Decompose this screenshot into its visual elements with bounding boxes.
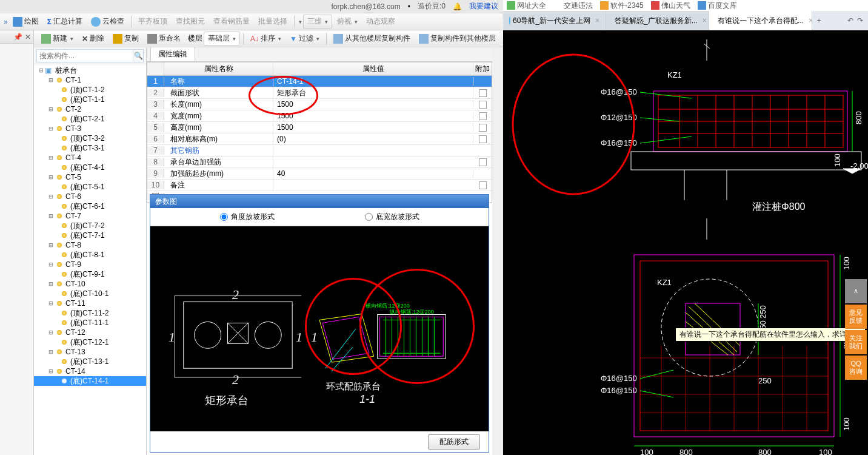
scroll-top-button[interactable]: ∧ <box>845 279 867 303</box>
back-icon[interactable]: ↶ <box>847 16 853 25</box>
svg-text:100: 100 <box>819 448 832 455</box>
suggest-link[interactable]: 我要建议 <box>469 1 498 12</box>
svg-text:Φ16@150: Φ16@150 <box>601 87 637 96</box>
radio-bottom-width-slope[interactable]: 底宽放坡形式 <box>365 212 419 222</box>
side-float-buttons: ∧ 意见 反馈 关注 我们 QQ 咨询 <box>845 279 867 380</box>
property-row[interactable]: 8承台单边加强筋 <box>147 157 492 168</box>
tree-node[interactable]: ⊟CT-10 <box>34 279 146 289</box>
property-row[interactable]: 9加强筋起步(mm)40 <box>147 168 492 180</box>
sort-button[interactable]: A↓排序▾ <box>247 32 285 45</box>
copy-to-floor-button[interactable]: 复制构件到其他楼层 <box>415 32 499 45</box>
tree-node[interactable]: ⊟CT-3 <box>34 124 146 133</box>
svg-text:KZ1: KZ1 <box>657 278 672 287</box>
flat-button[interactable]: 平齐板顶 <box>135 15 171 28</box>
view3d-button[interactable]: 三维▾ <box>303 15 332 29</box>
perspective-button[interactable]: 俯视▾ <box>333 15 361 28</box>
tree-node[interactable]: ⊟CT-14 <box>34 366 146 376</box>
find-button[interactable]: 查找图元 <box>172 15 209 28</box>
tree-leaf[interactable]: (底)CT-13-1 <box>34 357 146 366</box>
browser-tab[interactable]: 60导航_新一代安全上网× <box>503 11 606 30</box>
new-tab-button[interactable]: + <box>812 11 826 30</box>
filter-button[interactable]: ▼过滤▾ <box>286 32 323 45</box>
property-tab[interactable]: 属性编辑 <box>150 47 195 61</box>
tree-leaf[interactable]: (底)CT-11-1 <box>34 318 146 328</box>
tree-node[interactable]: ⊟CT-4 <box>34 153 146 163</box>
chevron-down-icon[interactable]: » <box>4 18 8 26</box>
tree-node[interactable]: ⊟CT-1 <box>34 75 146 85</box>
radio-angle-slope[interactable]: 角度放坡形式 <box>220 212 275 222</box>
rename-button[interactable]: 重命名 <box>144 32 184 45</box>
property-row[interactable]: 6相对底标高(m)(0) <box>147 133 492 145</box>
tree-leaf[interactable]: (顶)CT-1-2 <box>34 85 146 95</box>
tree-leaf[interactable]: (顶)CT-3-2 <box>34 133 146 143</box>
tree-leaf[interactable]: (底)CT-6-1 <box>34 201 146 211</box>
tree-leaf[interactable]: (底)CT-4-1 <box>34 163 146 172</box>
floor-label: 楼层 <box>188 33 202 44</box>
bookmark-item[interactable]: 佛山天气 <box>651 1 690 11</box>
batch-button[interactable]: 批量选择 <box>255 15 291 28</box>
draw-button[interactable]: 绘图 <box>9 15 42 28</box>
tree-node[interactable]: ⊟CT-6 <box>34 192 146 201</box>
bookmark-item[interactable]: 网址大全 <box>507 1 546 11</box>
bookmark-item[interactable]: 百度文库 <box>698 1 737 11</box>
tree-leaf[interactable]: (底)CT-8-1 <box>34 250 146 260</box>
svg-rect-0 <box>184 302 292 369</box>
property-row[interactable]: 3长度(mm)1500 <box>147 99 492 110</box>
svg-text:100: 100 <box>842 257 851 270</box>
browser-tab[interactable]: 答疑解惑_广联达服务新...× <box>606 11 709 30</box>
tree-node[interactable]: ⊟CT-13 <box>34 347 146 357</box>
tree-node[interactable]: ⊟CT-8 <box>34 240 146 250</box>
browser-tab[interactable]: 有谁说一下这个承台得配...× <box>709 11 812 30</box>
copy-button[interactable]: 复制 <box>109 32 142 45</box>
close-icon[interactable]: ✕ <box>25 33 31 41</box>
svg-rect-14 <box>378 314 446 359</box>
copy-from-floor-button[interactable]: 从其他楼层复制构件 <box>330 32 414 45</box>
tree-root[interactable]: ⊟▣桩承台 <box>34 66 146 75</box>
dynamic-button[interactable]: 动态观察 <box>362 15 399 28</box>
property-row[interactable]: 1名称CT-14-1 <box>147 76 492 87</box>
tree-node[interactable]: ⊟CT-9 <box>34 260 146 269</box>
svg-text:Φ16@150: Φ16@150 <box>601 386 637 395</box>
tree-leaf[interactable]: (底)CT-1-1 <box>34 95 146 104</box>
feedback-button[interactable]: 意见 反馈 <box>845 305 867 329</box>
tree-body[interactable]: ⊟▣桩承台⊟CT-1(顶)CT-1-2(底)CT-1-1⊟CT-2(底)CT-2… <box>34 64 146 455</box>
base-floor-select[interactable]: 基础层▾ <box>204 32 240 46</box>
tree-leaf[interactable]: (顶)CT-11-2 <box>34 308 146 318</box>
tree-node[interactable]: ⊟CT-11 <box>34 298 146 308</box>
tree-node[interactable]: ⊟CT-12 <box>34 328 146 337</box>
tree-leaf[interactable]: (底)CT-12-1 <box>34 337 146 347</box>
rebar-button[interactable]: 查看钢筋量 <box>210 15 253 28</box>
cad-viewport[interactable]: KZ1 Φ16@150 Φ12@150 Φ16@150 800 100 -2.0… <box>503 30 868 455</box>
search-button[interactable]: 🔍 <box>133 49 144 62</box>
tree-node[interactable]: ⊟CT-2 <box>34 104 146 114</box>
property-row[interactable]: 4宽度(mm)1500 <box>147 110 492 122</box>
tree-node[interactable]: ⊟CT-7 <box>34 211 146 221</box>
sum-button[interactable]: Σ汇总计算 <box>44 15 86 28</box>
dropdown-icon[interactable]: ▾ <box>299 19 302 25</box>
property-row[interactable]: 10备注 <box>147 180 492 191</box>
tree-node[interactable]: ⊟CT-5 <box>34 172 146 182</box>
search-input[interactable] <box>36 49 133 62</box>
pin-icon[interactable]: 📌 <box>13 33 22 41</box>
new-button[interactable]: 新建▾ <box>38 32 77 45</box>
bookmark-item[interactable]: 软件-2345 <box>600 1 644 11</box>
follow-button[interactable]: 关注 我们 <box>845 330 867 354</box>
tree-leaf[interactable]: (底)CT-10-1 <box>34 289 146 298</box>
tree-leaf[interactable]: (底)CT-3-1 <box>34 143 146 153</box>
forward-icon[interactable]: ↷ <box>857 16 863 25</box>
property-row[interactable]: 5高度(mm)1500 <box>147 122 492 133</box>
property-row[interactable]: 2截面形状矩形承台 <box>147 87 492 99</box>
property-row[interactable]: 7其它钢筋 <box>147 145 492 157</box>
tree-leaf[interactable]: (底)CT-7-1 <box>34 231 146 240</box>
cloud-check-button[interactable]: 云检查 <box>87 15 128 28</box>
rebar-form-button[interactable]: 配筋形式 <box>428 434 480 450</box>
tree-leaf[interactable]: (底)CT-5-1 <box>34 182 146 192</box>
tree-leaf[interactable]: (底)CT-14-1 <box>34 376 146 386</box>
tree-leaf[interactable]: (顶)CT-7-2 <box>34 221 146 231</box>
qq-button[interactable]: QQ 咨询 <box>845 356 867 380</box>
bell-icon[interactable]: 🔔 <box>453 2 462 11</box>
bookmark-item[interactable]: 交通违法 <box>553 1 593 11</box>
tree-leaf[interactable]: (底)CT-2-1 <box>34 114 146 124</box>
tree-leaf[interactable]: (底)CT-9-1 <box>34 269 146 279</box>
delete-button[interactable]: ✕删除 <box>78 32 108 45</box>
